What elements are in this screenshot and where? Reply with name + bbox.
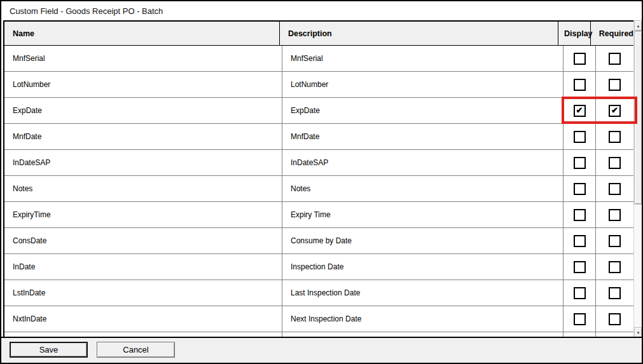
row-required-cell xyxy=(596,176,633,201)
required-checkbox[interactable] xyxy=(609,235,621,247)
scroll-up-button[interactable]: ▲ xyxy=(634,20,642,31)
row-display-cell xyxy=(563,176,596,201)
table-row: ExpiryTime Expiry Time xyxy=(4,202,633,228)
display-checkbox[interactable] xyxy=(574,313,586,325)
custom-field-dialog: Custom Field - Goods Receipt PO - Batch … xyxy=(0,0,643,364)
required-checkbox[interactable] xyxy=(609,313,621,325)
row-name-cell: MnfSerial xyxy=(4,46,282,71)
row-description-cell: Expiry Time xyxy=(282,202,563,227)
row-description-cell: Last Inspection Date xyxy=(282,280,563,306)
display-checkbox[interactable] xyxy=(574,287,586,299)
required-checkbox[interactable] xyxy=(609,287,621,299)
row-display-cell xyxy=(563,124,596,149)
row-required-cell xyxy=(596,254,633,280)
checkmark-icon: ✔ xyxy=(576,106,583,114)
row-required-cell xyxy=(596,124,633,149)
display-checkbox[interactable] xyxy=(574,235,586,247)
cancel-button-label: Cancel xyxy=(123,345,148,354)
row-display-cell xyxy=(563,150,596,175)
row-display-cell xyxy=(563,228,596,253)
required-checkbox[interactable] xyxy=(609,261,621,273)
display-checkbox[interactable] xyxy=(574,183,586,195)
table-row: Notes Notes xyxy=(4,176,633,202)
column-header-required: Required xyxy=(591,22,633,45)
row-required-cell: ✔ xyxy=(596,98,633,123)
required-checkbox[interactable]: ✔ xyxy=(609,105,621,117)
row-name-cell: NxtInDate xyxy=(4,306,282,332)
row-required-cell xyxy=(596,150,633,175)
display-checkbox[interactable] xyxy=(574,209,586,221)
table-row: ConsDate Consume by Date xyxy=(4,228,633,254)
row-name-cell: LstInDate xyxy=(4,280,282,306)
column-header-description: Description xyxy=(280,22,558,45)
scroll-down-icon: ▼ xyxy=(637,331,640,335)
table-row: LstInDate Last Inspection Date xyxy=(4,280,633,306)
table-row: MnfSerial MnfSerial xyxy=(4,46,633,72)
dialog-title-bar: Custom Field - Goods Receipt PO - Batch xyxy=(1,1,642,20)
table-row: LotNumber LotNumber xyxy=(4,72,633,98)
table-header-row: Name Description Display Required xyxy=(4,22,633,46)
row-name-cell: Notes xyxy=(4,176,282,201)
row-required-cell xyxy=(596,202,633,227)
column-header-name: Name xyxy=(4,22,280,45)
display-checkbox[interactable] xyxy=(574,157,586,169)
row-display-cell xyxy=(563,280,596,306)
save-button[interactable]: Save xyxy=(10,342,88,358)
cancel-button[interactable]: Cancel xyxy=(97,342,175,358)
row-name-cell: MnfDate xyxy=(4,124,282,149)
required-checkbox[interactable] xyxy=(609,209,621,221)
table-body: MnfSerial MnfSerial LotNumber LotNumber xyxy=(4,46,633,338)
row-name-cell: InDateSAP xyxy=(4,150,282,175)
row-required-cell xyxy=(596,72,633,97)
row-name-cell: LotNumber xyxy=(4,72,282,97)
row-display-cell xyxy=(563,254,596,280)
row-description-cell: Consume by Date xyxy=(282,228,563,253)
required-checkbox[interactable] xyxy=(609,131,621,143)
row-display-cell xyxy=(563,46,596,71)
row-display-cell xyxy=(563,72,596,97)
row-name-cell: ExpiryTime xyxy=(4,202,282,227)
row-required-cell xyxy=(596,306,633,332)
table-row: InDateSAP InDateSAP xyxy=(4,150,633,176)
display-checkbox[interactable] xyxy=(574,79,586,91)
table-row: ExpDate ExpDate ✔ ✔ xyxy=(4,98,633,124)
display-checkbox[interactable] xyxy=(574,261,586,273)
row-description-cell: ExpDate xyxy=(282,98,563,123)
row-name-cell: ConsDate xyxy=(4,228,282,253)
save-button-label: Save xyxy=(39,345,59,354)
dialog-title: Custom Field - Goods Receipt PO - Batch xyxy=(10,6,163,16)
row-description-cell: Notes xyxy=(282,176,563,201)
table-row: MnfDate MnfDate xyxy=(4,124,633,150)
required-checkbox[interactable] xyxy=(609,157,621,169)
button-bar: Save Cancel xyxy=(1,337,642,363)
row-required-cell xyxy=(596,280,633,306)
row-required-cell xyxy=(596,46,633,71)
display-checkbox[interactable] xyxy=(574,53,586,65)
row-name-cell: ExpDate xyxy=(4,98,282,123)
scroll-up-icon: ▲ xyxy=(637,24,640,28)
column-header-display: Display xyxy=(558,22,591,45)
row-description-cell: MnfSerial xyxy=(282,46,563,71)
table-row: NxtInDate Next Inspection Date xyxy=(4,306,633,332)
required-checkbox[interactable] xyxy=(609,53,621,65)
row-display-cell: ✔ xyxy=(563,98,596,123)
row-display-cell xyxy=(563,306,596,332)
row-display-cell xyxy=(563,202,596,227)
row-description-cell: InDateSAP xyxy=(282,150,563,175)
custom-fields-table: Name Description Display Required MnfSer… xyxy=(3,20,635,338)
scrollbar-thumb[interactable] xyxy=(634,31,642,205)
row-name-cell: InDate xyxy=(4,254,282,280)
checkmark-icon: ✔ xyxy=(611,106,618,114)
display-checkbox[interactable] xyxy=(574,131,586,143)
row-description-cell: Next Inspection Date xyxy=(282,306,563,332)
required-checkbox[interactable] xyxy=(609,183,621,195)
vertical-scrollbar[interactable]: ▲ ▼ xyxy=(633,20,642,338)
row-required-cell xyxy=(596,228,633,253)
row-description-cell: LotNumber xyxy=(282,72,563,97)
row-description-cell: Inspection Date xyxy=(282,254,563,280)
row-description-cell: MnfDate xyxy=(282,124,563,149)
table-row: InDate Inspection Date xyxy=(4,254,633,280)
required-checkbox[interactable] xyxy=(609,79,621,91)
display-checkbox[interactable]: ✔ xyxy=(574,105,586,117)
